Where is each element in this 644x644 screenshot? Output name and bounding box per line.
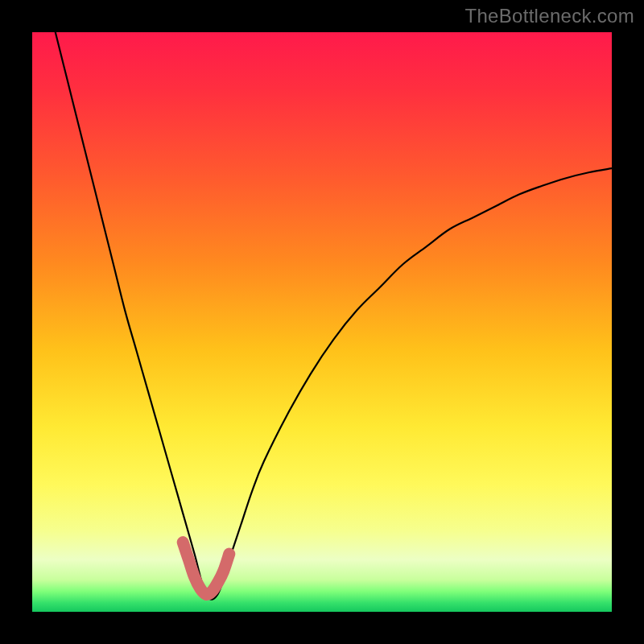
near-minimum-marker — [183, 543, 229, 595]
plot-area — [32, 32, 612, 612]
bottleneck-curve — [56, 32, 612, 600]
chart-frame: TheBottleneck.com — [0, 0, 644, 644]
watermark-label: TheBottleneck.com — [464, 5, 634, 27]
curve-layer — [32, 32, 612, 612]
